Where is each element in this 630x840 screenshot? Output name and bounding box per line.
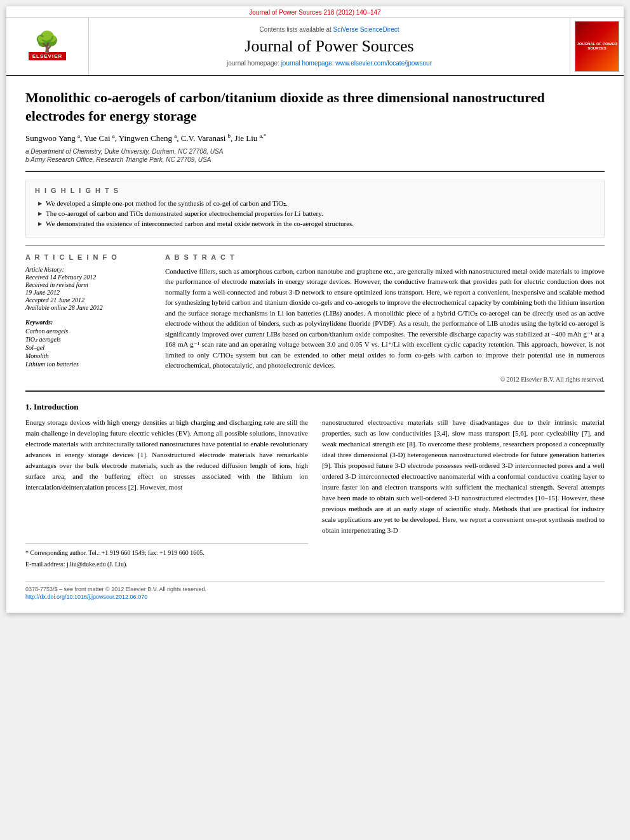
journal-header-center: Contents lists available at SciVerse Sci… [89, 18, 570, 75]
keyword-2: TiO₂ aerogels [25, 336, 152, 343]
footnote-email: E-mail address: j.liu@duke.edu (J. Liu). [25, 559, 308, 570]
revised-date: 19 June 2012 [25, 289, 152, 296]
cover-image: JOURNAL OF POWER SOURCES [575, 21, 619, 72]
article-title: Monolithic co-aerogels of carbon/titaniu… [25, 89, 605, 125]
available-date: Available online 28 June 2012 [25, 304, 152, 311]
received-date: Received 14 February 2012 [25, 274, 152, 281]
keyword-3: Sol–gel [25, 344, 152, 351]
footer-bar: 0378-7753/$ – see front matter © 2012 El… [25, 582, 605, 600]
highlight-item-3: We demonstrated the existence of interco… [38, 220, 595, 227]
journal-header-logo: 🌳 ELSEVIER [6, 18, 89, 75]
footer-doi[interactable]: http://dx.doi.org/10.1016/j.jpowsour.201… [25, 594, 605, 600]
authors-line: Sungwoo Yang a, Yue Cai a, Yingwen Cheng… [25, 133, 605, 143]
highlights-list: We developed a simple one-pot method for… [35, 199, 595, 227]
sciverse-line: Contents lists available at SciVerse Sci… [259, 26, 399, 33]
footer-issn: 0378-7753/$ – see front matter © 2012 El… [25, 586, 605, 592]
keywords-section: Keywords: Carbon aerogels TiO₂ aerogels … [25, 319, 152, 368]
journal-cover-thumbnail: JOURNAL OF POWER SOURCES [570, 18, 624, 75]
footnote-area: * Corresponding author. Tel.: +1 919 660… [25, 543, 308, 570]
received-revised-label: Received in revised form [25, 281, 152, 288]
copyright-line: © 2012 Elsevier B.V. All rights reserved… [165, 376, 605, 383]
abstract-column: A B S T R A C T Conductive fillers, such… [165, 253, 605, 383]
keyword-4: Monolith [25, 352, 152, 359]
affiliation-b: b Army Research Office, Research Triangl… [25, 156, 605, 163]
highlights-section: H I G H L I G H T S We developed a simpl… [25, 180, 605, 237]
highlights-label: H I G H L I G H T S [35, 187, 595, 194]
elsevier-label: ELSEVIER [29, 52, 67, 60]
introduction-section: 1. Introduction Energy storage devices w… [25, 402, 605, 571]
introduction-heading: 1. Introduction [25, 402, 605, 412]
keywords-list: Carbon aerogels TiO₂ aerogels Sol–gel Mo… [25, 328, 152, 368]
accepted-date: Accepted 21 June 2012 [25, 297, 152, 303]
keyword-1: Carbon aerogels [25, 328, 152, 335]
abstract-label: A B S T R A C T [165, 253, 605, 261]
article-history: Article history: Received 14 February 20… [25, 266, 152, 311]
keyword-5: Lithium ion batteries [25, 361, 152, 368]
sciverse-link[interactable]: SciVerse ScienceDirect [333, 26, 399, 33]
divider-after-abstract [25, 390, 605, 392]
cover-title: JOURNAL OF POWER SOURCES [575, 41, 619, 52]
article-info-abstract-section: A R T I C L E I N F O Article history: R… [25, 253, 605, 383]
journal-citation-bar: Journal of Power Sources 218 (2012) 140–… [6, 6, 624, 18]
affiliation-a: a Department of Chemistry, Duke Universi… [25, 148, 605, 155]
elsevier-logo: 🌳 ELSEVIER [29, 32, 67, 62]
divider-after-affiliations [25, 171, 605, 172]
divider-after-highlights [25, 245, 605, 246]
journal-homepage-url[interactable]: journal homepage: www.elsevier.com/locat… [281, 60, 432, 67]
highlight-item-1: We developed a simple one-pot method for… [38, 199, 595, 208]
journal-header: 🌳 ELSEVIER Contents lists available at S… [6, 18, 624, 76]
keywords-label: Keywords: [25, 319, 152, 326]
abstract-text: Conductive fillers, such as amorphous ca… [165, 266, 605, 371]
introduction-body: Energy storage devices with high energy … [25, 417, 605, 571]
highlight-item-2: The co-aerogel of carbon and TiO₂ demons… [38, 210, 595, 218]
journal-citation-text: Journal of Power Sources 218 (2012) 140–… [249, 9, 380, 16]
intro-text-left: Energy storage devices with high energy … [25, 417, 308, 493]
introduction-right-col: nanostructured electroactive materials s… [322, 417, 605, 571]
history-label: Article history: [25, 266, 152, 273]
intro-text-right: nanostructured electroactive materials s… [322, 417, 605, 537]
main-content: Monolithic co-aerogels of carbon/titaniu… [6, 76, 624, 613]
footnote-corresponding-author: * Corresponding author. Tel.: +1 919 660… [25, 548, 308, 558]
journal-homepage: journal homepage: journal homepage: www.… [227, 60, 432, 67]
introduction-left-col: Energy storage devices with high energy … [25, 417, 308, 571]
journal-title: Journal of Power Sources [245, 37, 413, 56]
article-info-column: A R T I C L E I N F O Article history: R… [25, 253, 152, 383]
article-info-label: A R T I C L E I N F O [25, 253, 152, 261]
